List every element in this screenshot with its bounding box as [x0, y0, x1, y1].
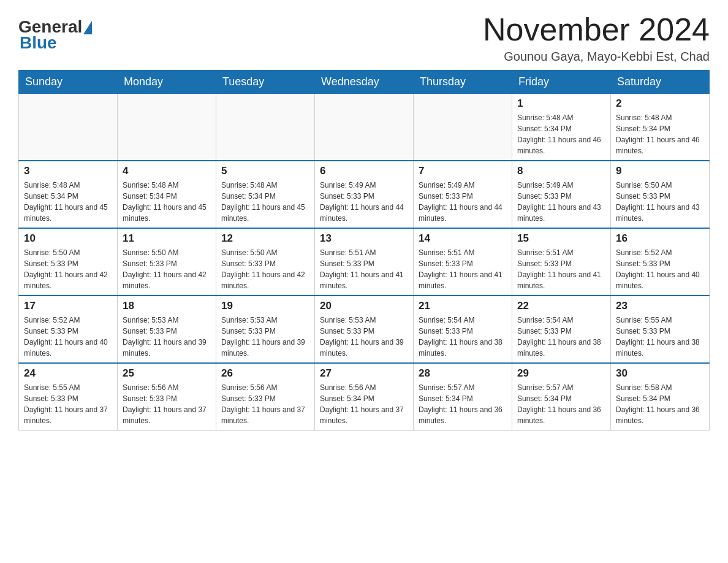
- calendar-cell: 21Sunrise: 5:54 AMSunset: 5:33 PMDayligh…: [414, 296, 512, 363]
- calendar-week-5: 24Sunrise: 5:55 AMSunset: 5:33 PMDayligh…: [19, 363, 710, 431]
- day-number: 6: [320, 165, 408, 177]
- day-info: Sunrise: 5:56 AMSunset: 5:33 PMDaylight:…: [123, 382, 211, 426]
- subtitle: Gounou Gaya, Mayo-Kebbi Est, Chad: [483, 50, 710, 64]
- header-area: General Blue November 2024 Gounou Gaya, …: [18, 12, 710, 64]
- calendar-cell: 3Sunrise: 5:48 AMSunset: 5:34 PMDaylight…: [19, 161, 118, 228]
- day-info: Sunrise: 5:50 AMSunset: 5:33 PMDaylight:…: [123, 247, 211, 291]
- calendar-cell: 4Sunrise: 5:48 AMSunset: 5:34 PMDaylight…: [118, 161, 216, 228]
- calendar-cell: 11Sunrise: 5:50 AMSunset: 5:33 PMDayligh…: [118, 228, 216, 296]
- day-info: Sunrise: 5:56 AMSunset: 5:33 PMDaylight:…: [221, 382, 309, 426]
- day-info: Sunrise: 5:48 AMSunset: 5:34 PMDaylight:…: [24, 180, 112, 224]
- weekday-header-sunday: Sunday: [19, 71, 118, 94]
- calendar-cell: [315, 94, 414, 161]
- day-info: Sunrise: 5:50 AMSunset: 5:33 PMDaylight:…: [24, 247, 112, 291]
- day-number: 5: [221, 165, 309, 177]
- day-info: Sunrise: 5:55 AMSunset: 5:33 PMDaylight:…: [24, 382, 112, 426]
- calendar-table: SundayMondayTuesdayWednesdayThursdayFrid…: [18, 70, 710, 431]
- calendar-week-3: 10Sunrise: 5:50 AMSunset: 5:33 PMDayligh…: [19, 228, 710, 296]
- day-number: 29: [517, 367, 605, 380]
- calendar-cell: 15Sunrise: 5:51 AMSunset: 5:33 PMDayligh…: [512, 228, 611, 296]
- calendar-cell: 13Sunrise: 5:51 AMSunset: 5:33 PMDayligh…: [315, 228, 414, 296]
- calendar-cell: 12Sunrise: 5:50 AMSunset: 5:33 PMDayligh…: [216, 228, 315, 296]
- day-number: 13: [320, 232, 408, 245]
- day-number: 18: [123, 300, 211, 312]
- calendar-cell: 22Sunrise: 5:54 AMSunset: 5:33 PMDayligh…: [512, 296, 611, 363]
- calendar-week-2: 3Sunrise: 5:48 AMSunset: 5:34 PMDaylight…: [19, 161, 710, 228]
- calendar-cell: 10Sunrise: 5:50 AMSunset: 5:33 PMDayligh…: [19, 228, 118, 296]
- day-number: 11: [123, 232, 211, 245]
- day-number: 26: [221, 367, 309, 380]
- day-number: 12: [221, 232, 309, 245]
- day-info: Sunrise: 5:49 AMSunset: 5:33 PMDaylight:…: [517, 180, 605, 224]
- day-info: Sunrise: 5:58 AMSunset: 5:34 PMDaylight:…: [616, 382, 704, 426]
- day-number: 25: [123, 367, 211, 380]
- day-info: Sunrise: 5:57 AMSunset: 5:34 PMDaylight:…: [517, 382, 605, 426]
- calendar-cell: [118, 94, 216, 161]
- calendar-cell: 28Sunrise: 5:57 AMSunset: 5:34 PMDayligh…: [414, 363, 512, 431]
- day-info: Sunrise: 5:48 AMSunset: 5:34 PMDaylight:…: [123, 180, 211, 224]
- day-info: Sunrise: 5:52 AMSunset: 5:33 PMDaylight:…: [616, 247, 704, 291]
- day-number: 15: [517, 232, 605, 245]
- calendar-cell: 20Sunrise: 5:53 AMSunset: 5:33 PMDayligh…: [315, 296, 414, 363]
- day-number: 24: [24, 367, 112, 380]
- logo: General Blue: [18, 18, 92, 53]
- day-number: 4: [123, 165, 211, 177]
- logo-blue-text: Blue: [20, 33, 57, 53]
- day-number: 16: [616, 232, 704, 245]
- calendar-cell: 16Sunrise: 5:52 AMSunset: 5:33 PMDayligh…: [611, 228, 710, 296]
- day-info: Sunrise: 5:51 AMSunset: 5:33 PMDaylight:…: [419, 247, 507, 291]
- calendar-week-4: 17Sunrise: 5:52 AMSunset: 5:33 PMDayligh…: [19, 296, 710, 363]
- day-info: Sunrise: 5:53 AMSunset: 5:33 PMDaylight:…: [320, 315, 408, 359]
- calendar-cell: 27Sunrise: 5:56 AMSunset: 5:34 PMDayligh…: [315, 363, 414, 431]
- day-number: 30: [616, 367, 704, 380]
- day-number: 9: [616, 165, 704, 177]
- day-info: Sunrise: 5:48 AMSunset: 5:34 PMDaylight:…: [517, 112, 605, 156]
- logo-triangle-icon: [83, 21, 92, 34]
- day-info: Sunrise: 5:54 AMSunset: 5:33 PMDaylight:…: [419, 315, 507, 359]
- calendar-cell: 19Sunrise: 5:53 AMSunset: 5:33 PMDayligh…: [216, 296, 315, 363]
- calendar-header: SundayMondayTuesdayWednesdayThursdayFrid…: [19, 71, 710, 94]
- calendar-body: 1Sunrise: 5:48 AMSunset: 5:34 PMDaylight…: [19, 94, 710, 431]
- day-info: Sunrise: 5:50 AMSunset: 5:33 PMDaylight:…: [616, 180, 704, 224]
- day-info: Sunrise: 5:53 AMSunset: 5:33 PMDaylight:…: [123, 315, 211, 359]
- calendar-cell: 18Sunrise: 5:53 AMSunset: 5:33 PMDayligh…: [118, 296, 216, 363]
- day-number: 1: [517, 98, 605, 110]
- day-number: 21: [419, 300, 507, 312]
- weekday-header-saturday: Saturday: [611, 71, 710, 94]
- day-info: Sunrise: 5:49 AMSunset: 5:33 PMDaylight:…: [419, 180, 507, 224]
- day-number: 23: [616, 300, 704, 312]
- weekday-header-friday: Friday: [512, 71, 611, 94]
- calendar-cell: 26Sunrise: 5:56 AMSunset: 5:33 PMDayligh…: [216, 363, 315, 431]
- calendar-cell: 30Sunrise: 5:58 AMSunset: 5:34 PMDayligh…: [611, 363, 710, 431]
- day-number: 3: [24, 165, 112, 177]
- calendar-cell: [19, 94, 118, 161]
- calendar-cell: 1Sunrise: 5:48 AMSunset: 5:34 PMDaylight…: [512, 94, 611, 161]
- day-info: Sunrise: 5:56 AMSunset: 5:34 PMDaylight:…: [320, 382, 408, 426]
- day-info: Sunrise: 5:55 AMSunset: 5:33 PMDaylight:…: [616, 315, 704, 359]
- day-info: Sunrise: 5:48 AMSunset: 5:34 PMDaylight:…: [221, 180, 309, 224]
- calendar-cell: 29Sunrise: 5:57 AMSunset: 5:34 PMDayligh…: [512, 363, 611, 431]
- day-info: Sunrise: 5:52 AMSunset: 5:33 PMDaylight:…: [24, 315, 112, 359]
- calendar-cell: 14Sunrise: 5:51 AMSunset: 5:33 PMDayligh…: [414, 228, 512, 296]
- day-number: 8: [517, 165, 605, 177]
- day-number: 22: [517, 300, 605, 312]
- month-title: November 2024: [483, 12, 710, 47]
- calendar-cell: 2Sunrise: 5:48 AMSunset: 5:34 PMDaylight…: [611, 94, 710, 161]
- day-info: Sunrise: 5:53 AMSunset: 5:33 PMDaylight:…: [221, 315, 309, 359]
- calendar-cell: 8Sunrise: 5:49 AMSunset: 5:33 PMDaylight…: [512, 161, 611, 228]
- day-number: 7: [419, 165, 507, 177]
- day-number: 27: [320, 367, 408, 380]
- calendar-cell: 25Sunrise: 5:56 AMSunset: 5:33 PMDayligh…: [118, 363, 216, 431]
- calendar-cell: 7Sunrise: 5:49 AMSunset: 5:33 PMDaylight…: [414, 161, 512, 228]
- day-number: 2: [616, 98, 704, 110]
- weekday-header-row: SundayMondayTuesdayWednesdayThursdayFrid…: [19, 71, 710, 94]
- title-area: November 2024 Gounou Gaya, Mayo-Kebbi Es…: [483, 12, 710, 64]
- day-number: 19: [221, 300, 309, 312]
- calendar-cell: 5Sunrise: 5:48 AMSunset: 5:34 PMDaylight…: [216, 161, 315, 228]
- calendar-cell: [414, 94, 512, 161]
- day-number: 28: [419, 367, 507, 380]
- weekday-header-thursday: Thursday: [414, 71, 512, 94]
- weekday-header-wednesday: Wednesday: [315, 71, 414, 94]
- weekday-header-tuesday: Tuesday: [216, 71, 315, 94]
- day-info: Sunrise: 5:48 AMSunset: 5:34 PMDaylight:…: [616, 112, 704, 156]
